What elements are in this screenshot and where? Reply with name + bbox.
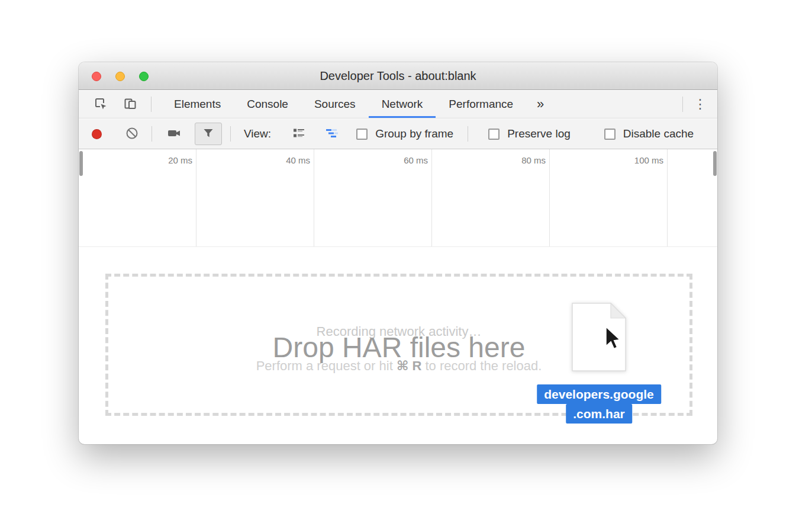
- dragged-file-name-line2: .com.har: [566, 404, 632, 424]
- gridline: [667, 149, 668, 246]
- window-title: Developer Tools - about:blank: [320, 69, 476, 83]
- dragged-file-name-line1: developers.google: [537, 384, 661, 404]
- view-label: View:: [244, 127, 271, 140]
- device-toolbar-icon: [123, 97, 137, 113]
- separator: [230, 126, 231, 142]
- timeline-label: 60 ms: [375, 155, 428, 165]
- large-request-rows-button[interactable]: [289, 124, 309, 144]
- group-by-frame-option[interactable]: Group by frame: [356, 127, 453, 140]
- capture-screenshots-button[interactable]: [164, 124, 184, 144]
- inspect-cursor-icon: [94, 97, 108, 113]
- preserve-log-option[interactable]: Preserve log: [488, 127, 571, 140]
- inspect-element-button[interactable]: [91, 94, 111, 114]
- close-window-button[interactable]: [92, 72, 101, 81]
- list-rows-icon: [292, 126, 306, 142]
- minimize-window-button[interactable]: [115, 72, 125, 81]
- mouse-cursor-icon: [605, 326, 621, 352]
- clear-button[interactable]: [123, 124, 141, 144]
- device-toolbar-button[interactable]: [120, 94, 140, 114]
- group-by-frame-label: Group by frame: [375, 127, 453, 140]
- disable-cache-option[interactable]: Disable cache: [604, 127, 694, 140]
- zoom-window-button[interactable]: [139, 72, 149, 81]
- waterfall-icon: [325, 126, 339, 142]
- filter-button[interactable]: [195, 123, 222, 145]
- devtools-menu-button[interactable]: ⋮: [694, 97, 707, 112]
- har-dropzone[interactable]: Recording network activity… Perform a re…: [105, 274, 692, 416]
- scrollbar-thumb-left[interactable]: [79, 151, 83, 176]
- traffic-lights: [92, 72, 149, 81]
- timeline-label: 40 ms: [257, 155, 310, 165]
- group-by-frame-checkbox[interactable]: [356, 129, 368, 140]
- window-titlebar[interactable]: Developer Tools - about:blank: [79, 62, 717, 90]
- devtools-tabbar: Elements Console Sources Network Perform…: [79, 91, 717, 118]
- camera-icon: [166, 126, 182, 142]
- gridline: [549, 149, 550, 246]
- timeline-label: 80 ms: [492, 155, 546, 165]
- record-button[interactable]: [92, 129, 102, 139]
- network-waterfall-header: 20 ms 40 ms 60 ms 80 ms 100 ms: [79, 149, 717, 247]
- preserve-log-label: Preserve log: [507, 127, 571, 140]
- separator: [152, 126, 152, 142]
- devtools-window: Developer Tools - about:blank Elements C…: [79, 62, 717, 444]
- tab-console[interactable]: Console: [234, 91, 301, 118]
- gridline: [314, 149, 314, 246]
- timeline-label: 20 ms: [139, 155, 192, 165]
- clear-ban-icon: [125, 126, 139, 142]
- timeline-label: 100 ms: [610, 155, 663, 165]
- filter-funnel-icon: [201, 126, 215, 142]
- gridline: [196, 149, 196, 246]
- tab-network[interactable]: Network: [369, 91, 436, 118]
- tab-elements[interactable]: Elements: [161, 91, 234, 118]
- separator: [151, 97, 152, 112]
- tab-performance[interactable]: Performance: [436, 91, 526, 118]
- gridline: [431, 149, 432, 246]
- show-overview-button[interactable]: [322, 124, 342, 144]
- separator: [468, 126, 468, 142]
- network-toolbar: View:: [79, 119, 717, 149]
- more-tabs-chevron[interactable]: »: [537, 97, 544, 112]
- scrollbar-thumb-right[interactable]: [713, 151, 717, 176]
- tab-sources[interactable]: Sources: [301, 91, 369, 118]
- separator: [682, 97, 683, 112]
- disable-cache-label: Disable cache: [623, 127, 694, 140]
- disable-cache-checkbox[interactable]: [604, 129, 616, 140]
- preserve-log-checkbox[interactable]: [488, 129, 500, 140]
